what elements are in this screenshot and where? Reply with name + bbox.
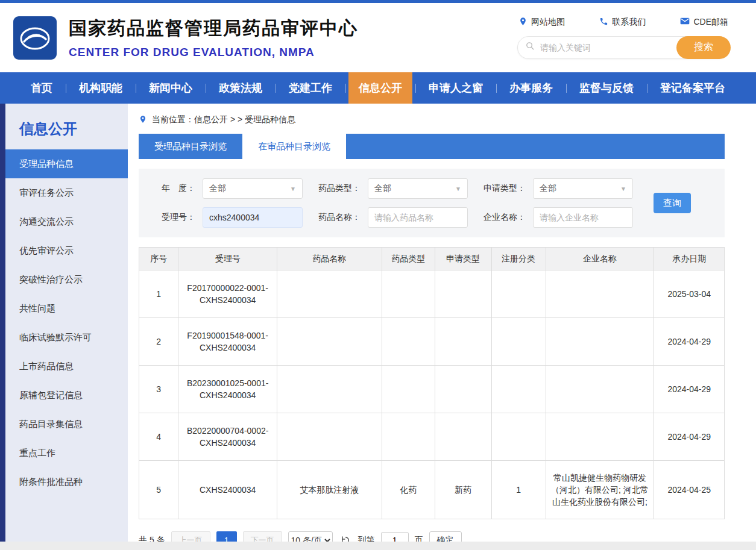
tab-1[interactable]: 在审品种目录浏览 [242,134,346,159]
sidebar-accent [0,104,5,542]
pagination: 共 5 条 上一页 1 下一页 10 条/页 到第 页 确定 [139,531,725,542]
filter-grid: 年 度： 全部 ▼ 药品类型： 全部 ▼ 申请类型： 全部 ▼ [147,178,725,228]
nav-item-2[interactable]: 新闻中心 [139,72,203,104]
drug-type-label: 药品类型： [306,183,364,194]
sidebar-item-5[interactable]: 共性问题 [0,294,128,323]
sidebar-item-6[interactable]: 临床试验默示许可 [0,323,128,352]
apply-type-select-value: 全部 [540,183,556,194]
table-cell [435,366,491,413]
nav-item-8[interactable]: 监督与反馈 [569,72,644,104]
prev-page-button[interactable]: 上一页 [171,531,210,542]
search-button[interactable]: 搜索 [676,36,731,59]
nav-separator [276,84,276,93]
table-cell [382,270,435,318]
table-cell [277,270,382,318]
table-cell: 2024-04-29 [654,366,725,413]
nav-separator [206,84,206,93]
sidebar-item-2[interactable]: 沟通交流公示 [0,207,128,236]
year-label: 年 度： [147,183,199,194]
sidebar: 信息公开 受理品种信息审评任务公示沟通交流公示优先审评公示突破性治疗公示共性问题… [0,104,128,542]
table-cell [382,366,435,413]
chevron-down-icon: ▼ [290,186,296,192]
table-row: 5CXHS2400034艾本那肽注射液化药新药1常山凯捷健生物药物研发（河北）有… [139,461,725,519]
table-header-cell: 受理号 [178,248,277,270]
table-cell [546,318,654,366]
nav-item-4[interactable]: 党建工作 [279,72,342,104]
next-page-button[interactable]: 下一页 [243,531,282,542]
sidebar-item-7[interactable]: 上市药品信息 [0,352,128,381]
apply-type-select[interactable]: 全部 ▼ [533,178,633,199]
sidebar-item-10[interactable]: 重点工作 [0,439,128,467]
sidebar-item-8[interactable]: 原辅包登记信息 [0,381,128,410]
sidebar-item-0[interactable]: 受理品种信息 [0,149,128,178]
apply-type-label: 申请类型： [471,183,529,194]
nav-item-6[interactable]: 申请人之窗 [418,72,493,104]
nav-item-3[interactable]: 政策法规 [209,72,272,104]
table-cell: CXHS2400034 [178,461,277,519]
page: 国家药品监督管理局药品审评中心 CENTER FOR DRUG EVALUATI… [0,0,756,550]
site-subtitle: CENTER FOR DRUG EVALUATION, NMPA [69,46,358,59]
nav-item-0[interactable]: 首页 [20,72,63,104]
contact-link[interactable]: 联系我们 [599,17,646,28]
table-cell [491,270,546,318]
sidebar-item-4[interactable]: 突破性治疗公示 [0,265,128,294]
accept-no-input[interactable] [203,207,303,228]
filter-panel: 年 度： 全部 ▼ 药品类型： 全部 ▼ 申请类型： 全部 ▼ [139,169,725,237]
header-right: 网站地图 联系我们 CDE邮箱 [517,17,729,59]
nav-separator [647,84,647,93]
goto-unit: 页 [415,535,423,542]
table-cell: 化药 [382,461,435,519]
nav-separator [566,84,567,93]
goto-page-input[interactable] [381,532,409,542]
nav-item-7[interactable]: 办事服务 [499,72,563,104]
table-header-cell: 注册分类 [491,248,546,270]
table-cell: 新药 [435,461,491,519]
tab-0[interactable]: 受理品种目录浏览 [139,134,242,159]
nav-item-5[interactable]: 信息公开 [348,72,412,104]
tabbar: 受理品种目录浏览在审品种目录浏览 [139,134,725,159]
table-cell: 2024-04-25 [654,461,725,519]
results-table: 序号受理号药品名称药品类型申请类型注册分类企业名称承办日期 1F20170000… [139,247,725,519]
sidebar-item-9[interactable]: 药品目录集信息 [0,410,128,439]
chevron-down-icon: ▼ [455,186,461,192]
year-select[interactable]: 全部 ▼ [203,178,303,199]
drug-name-label: 药品名称： [306,212,364,223]
sidebar-item-1[interactable]: 审评任务公示 [0,178,128,207]
query-button[interactable]: 查询 [654,193,691,213]
drug-name-input[interactable] [368,207,468,228]
location-pin-icon [518,17,528,28]
footer-strip [0,542,756,550]
sitemap-label: 网站地图 [531,17,565,28]
sitemap-link[interactable]: 网站地图 [518,17,565,28]
nav-item-1[interactable]: 机构职能 [69,72,133,104]
table-header-cell: 申请类型 [435,248,491,270]
table-cell: B20220000704-0002-CXHS2400034 [178,413,277,461]
chevron-down-icon: ▼ [620,186,626,192]
table-cell: 2025-03-04 [654,270,725,318]
table-cell: B20230001025-0001-CXHS2400034 [178,366,277,413]
accept-no-label: 受理号： [147,212,199,223]
table-row: 2F20190001548-0001-CXHS24000342024-04-29 [139,318,725,366]
company-input[interactable] [533,207,633,228]
mailbox-label: CDE邮箱 [693,17,728,28]
drug-type-select[interactable]: 全部 ▼ [368,178,468,199]
refresh-icon[interactable] [339,534,352,542]
nav-item-9[interactable]: 登记备案平台 [650,72,736,104]
sidebar-item-11[interactable]: 附条件批准品种 [0,467,128,496]
table-header-cell: 承办日期 [654,248,725,270]
sidebar-title: 信息公开 [0,112,128,149]
table-body: 1F20170000022-0001-CXHS24000342025-03-04… [139,270,725,519]
table-cell: F20190001548-0001-CXHS2400034 [178,318,277,366]
table-cell [435,318,491,366]
sidebar-item-3[interactable]: 优先审评公示 [0,236,128,265]
table-cell: 2 [139,318,178,366]
current-page-button[interactable]: 1 [216,531,237,542]
table-cell [382,413,435,461]
cde-logo [13,16,57,60]
mail-icon [680,17,690,27]
confirm-button[interactable]: 确定 [429,531,462,542]
mailbox-link[interactable]: CDE邮箱 [680,17,728,28]
table-cell [491,366,546,413]
page-size-select[interactable]: 10 条/页 [288,531,333,542]
table-header-cell: 序号 [139,248,178,270]
